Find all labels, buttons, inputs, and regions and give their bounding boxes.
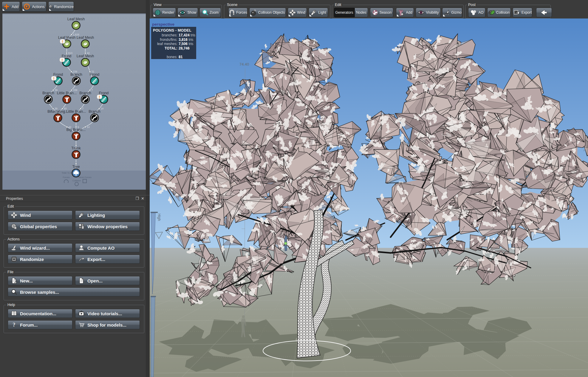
svg-text:Leaf Mesh: Leaf Mesh [77,54,94,58]
svg-text:Collision: Collision [72,179,81,182]
svg-text:Branch: Branch [89,109,100,114]
svg-text:Branch: Branch [42,91,54,95]
svg-text:Forces: Forces [63,176,70,179]
svg-text:7: 7 [92,89,93,92]
svg-text:?: ? [13,322,16,328]
svg-text:Branch: Branch [79,91,91,95]
svg-text:!: ! [53,77,54,81]
svg-text:Frond: Frond [90,72,100,77]
svg-text:Little Bran...: Little Bran... [66,109,86,114]
svg-text:Little Bran...: Little Bran... [57,91,77,95]
svg-text:Branch: Branch [70,72,82,77]
svg-text:Leaf Mesh: Leaf Mesh [58,35,75,40]
svg-text:!: ! [61,58,63,62]
svg-text:!: ! [62,40,63,44]
svg-text:Tree: Tree [72,165,80,169]
svg-text:High: High [157,214,161,221]
svg-text:14: 14 [101,107,104,110]
svg-text:Leaf Mesh: Leaf Mesh [67,17,85,21]
svg-text:!: ! [99,95,100,99]
svg-text:14: 14 [87,126,90,129]
svg-text:Mesh Forces: Mesh Forces [78,176,92,179]
svg-text:Bifurcating...: Bifurcating... [47,109,68,114]
svg-text:Trunk: Trunk [71,146,81,150]
svg-text:Total: 5,382: Total: 5,382 [62,171,73,174]
svg-text:Leaf Mesh: Leaf Mesh [77,35,94,40]
svg-text:Big Branc...: Big Branc... [66,128,86,132]
